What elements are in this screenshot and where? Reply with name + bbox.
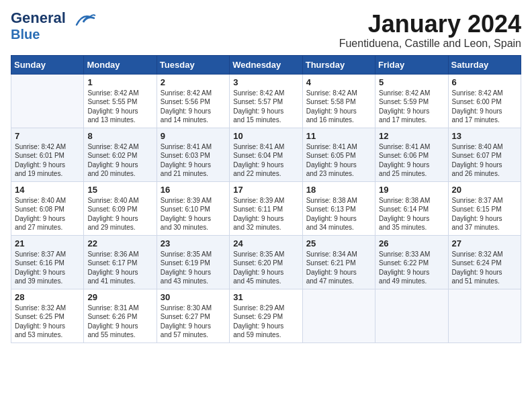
calendar-cell: 30Sunrise: 8:30 AM Sunset: 6:27 PM Dayli… bbox=[157, 289, 229, 342]
weekday-header-monday: Monday bbox=[84, 55, 157, 74]
day-number: 11 bbox=[306, 131, 371, 141]
calendar-cell: 7Sunrise: 8:42 AM Sunset: 6:01 PM Daylig… bbox=[11, 128, 84, 181]
day-info: Sunrise: 8:42 AM Sunset: 5:59 PM Dayligh… bbox=[379, 89, 444, 125]
day-info: Sunrise: 8:40 AM Sunset: 6:09 PM Dayligh… bbox=[87, 196, 152, 232]
calendar-cell bbox=[448, 289, 521, 342]
calendar-cell: 6Sunrise: 8:42 AM Sunset: 6:00 PM Daylig… bbox=[448, 74, 521, 128]
day-number: 17 bbox=[233, 185, 298, 195]
calendar-cell: 13Sunrise: 8:40 AM Sunset: 6:07 PM Dayli… bbox=[448, 128, 521, 181]
day-number: 27 bbox=[452, 238, 517, 248]
day-info: Sunrise: 8:41 AM Sunset: 6:05 PM Dayligh… bbox=[306, 142, 371, 179]
day-number: 30 bbox=[161, 292, 226, 302]
calendar-cell bbox=[302, 289, 375, 342]
day-number: 31 bbox=[233, 292, 298, 302]
calendar-cell: 23Sunrise: 8:35 AM Sunset: 6:19 PM Dayli… bbox=[157, 235, 229, 289]
calendar-cell: 17Sunrise: 8:39 AM Sunset: 6:11 PM Dayli… bbox=[230, 181, 302, 235]
day-number: 5 bbox=[379, 77, 444, 87]
day-number: 21 bbox=[15, 238, 80, 248]
day-number: 8 bbox=[87, 131, 152, 141]
day-info: Sunrise: 8:42 AM Sunset: 5:55 PM Dayligh… bbox=[87, 89, 152, 125]
day-number: 23 bbox=[161, 238, 226, 248]
day-info: Sunrise: 8:40 AM Sunset: 6:08 PM Dayligh… bbox=[15, 196, 80, 232]
day-info: Sunrise: 8:42 AM Sunset: 5:58 PM Dayligh… bbox=[306, 89, 371, 125]
day-info: Sunrise: 8:29 AM Sunset: 6:29 PM Dayligh… bbox=[233, 304, 298, 340]
calendar-cell: 18Sunrise: 8:38 AM Sunset: 6:13 PM Dayli… bbox=[302, 181, 375, 235]
calendar-cell: 16Sunrise: 8:39 AM Sunset: 6:10 PM Dayli… bbox=[157, 181, 229, 235]
calendar-week-5: 28Sunrise: 8:32 AM Sunset: 6:25 PM Dayli… bbox=[11, 289, 521, 342]
day-number: 3 bbox=[233, 77, 298, 87]
calendar-cell: 21Sunrise: 8:37 AM Sunset: 6:16 PM Dayli… bbox=[11, 235, 84, 289]
day-number: 9 bbox=[161, 131, 226, 141]
calendar-cell: 1Sunrise: 8:42 AM Sunset: 5:55 PM Daylig… bbox=[84, 74, 157, 128]
calendar-table: SundayMondayTuesdayWednesdayThursdayFrid… bbox=[11, 55, 521, 343]
day-number: 28 bbox=[15, 292, 80, 302]
calendar-cell: 3Sunrise: 8:42 AM Sunset: 5:57 PM Daylig… bbox=[230, 74, 302, 128]
calendar-week-4: 21Sunrise: 8:37 AM Sunset: 6:16 PM Dayli… bbox=[11, 235, 521, 289]
day-number: 1 bbox=[87, 77, 152, 87]
day-number: 10 bbox=[233, 131, 298, 141]
calendar-cell: 19Sunrise: 8:38 AM Sunset: 6:14 PM Dayli… bbox=[375, 181, 448, 235]
day-info: Sunrise: 8:41 AM Sunset: 6:04 PM Dayligh… bbox=[233, 142, 298, 179]
day-info: Sunrise: 8:33 AM Sunset: 6:22 PM Dayligh… bbox=[379, 250, 444, 286]
day-number: 14 bbox=[15, 185, 80, 195]
day-number: 13 bbox=[452, 131, 517, 141]
calendar-cell: 22Sunrise: 8:36 AM Sunset: 6:17 PM Dayli… bbox=[84, 235, 157, 289]
calendar-week-1: 1Sunrise: 8:42 AM Sunset: 5:55 PM Daylig… bbox=[11, 74, 521, 128]
page-header: General Blue January 2024 Fuentiduena, C… bbox=[11, 11, 521, 50]
day-number: 12 bbox=[379, 131, 444, 141]
calendar-week-2: 7Sunrise: 8:42 AM Sunset: 6:01 PM Daylig… bbox=[11, 128, 521, 181]
day-number: 26 bbox=[379, 238, 444, 248]
calendar-cell: 26Sunrise: 8:33 AM Sunset: 6:22 PM Dayli… bbox=[375, 235, 448, 289]
weekday-header-row: SundayMondayTuesdayWednesdayThursdayFrid… bbox=[11, 55, 521, 74]
day-number: 19 bbox=[379, 185, 444, 195]
day-number: 6 bbox=[452, 77, 517, 87]
calendar-cell: 4Sunrise: 8:42 AM Sunset: 5:58 PM Daylig… bbox=[302, 74, 375, 128]
day-number: 20 bbox=[452, 185, 517, 195]
day-info: Sunrise: 8:34 AM Sunset: 6:21 PM Dayligh… bbox=[306, 250, 371, 286]
day-info: Sunrise: 8:39 AM Sunset: 6:11 PM Dayligh… bbox=[233, 196, 298, 232]
calendar-cell: 31Sunrise: 8:29 AM Sunset: 6:29 PM Dayli… bbox=[230, 289, 302, 342]
day-number: 25 bbox=[306, 238, 371, 248]
calendar-cell: 10Sunrise: 8:41 AM Sunset: 6:04 PM Dayli… bbox=[230, 128, 302, 181]
calendar-cell: 25Sunrise: 8:34 AM Sunset: 6:21 PM Dayli… bbox=[302, 235, 375, 289]
weekday-header-friday: Friday bbox=[375, 55, 448, 74]
day-info: Sunrise: 8:32 AM Sunset: 6:25 PM Dayligh… bbox=[15, 304, 80, 340]
day-info: Sunrise: 8:40 AM Sunset: 6:07 PM Dayligh… bbox=[452, 142, 517, 179]
title-area: January 2024 Fuentiduena, Castille and L… bbox=[339, 11, 521, 50]
calendar-cell: 5Sunrise: 8:42 AM Sunset: 5:59 PM Daylig… bbox=[375, 74, 448, 128]
location-subtitle: Fuentiduena, Castille and Leon, Spain bbox=[339, 38, 521, 50]
day-info: Sunrise: 8:42 AM Sunset: 6:02 PM Dayligh… bbox=[87, 142, 152, 179]
day-info: Sunrise: 8:35 AM Sunset: 6:19 PM Dayligh… bbox=[161, 250, 226, 286]
calendar-cell: 11Sunrise: 8:41 AM Sunset: 6:05 PM Dayli… bbox=[302, 128, 375, 181]
day-number: 7 bbox=[15, 131, 80, 141]
day-info: Sunrise: 8:37 AM Sunset: 6:15 PM Dayligh… bbox=[452, 196, 517, 232]
calendar-cell: 20Sunrise: 8:37 AM Sunset: 6:15 PM Dayli… bbox=[448, 181, 521, 235]
day-info: Sunrise: 8:39 AM Sunset: 6:10 PM Dayligh… bbox=[161, 196, 226, 232]
weekday-header-wednesday: Wednesday bbox=[230, 55, 302, 74]
weekday-header-thursday: Thursday bbox=[302, 55, 375, 74]
day-info: Sunrise: 8:31 AM Sunset: 6:26 PM Dayligh… bbox=[87, 304, 152, 340]
day-info: Sunrise: 8:36 AM Sunset: 6:17 PM Dayligh… bbox=[87, 250, 152, 286]
day-number: 4 bbox=[306, 77, 371, 87]
day-number: 15 bbox=[87, 185, 152, 195]
weekday-header-saturday: Saturday bbox=[448, 55, 521, 74]
calendar-cell: 12Sunrise: 8:41 AM Sunset: 6:06 PM Dayli… bbox=[375, 128, 448, 181]
logo: General Blue bbox=[11, 11, 95, 42]
weekday-header-sunday: Sunday bbox=[11, 55, 84, 74]
calendar-cell bbox=[375, 289, 448, 342]
calendar-cell: 27Sunrise: 8:32 AM Sunset: 6:24 PM Dayli… bbox=[448, 235, 521, 289]
day-info: Sunrise: 8:38 AM Sunset: 6:13 PM Dayligh… bbox=[306, 196, 371, 232]
month-title: January 2024 bbox=[339, 11, 521, 38]
calendar-cell: 14Sunrise: 8:40 AM Sunset: 6:08 PM Dayli… bbox=[11, 181, 84, 235]
day-info: Sunrise: 8:41 AM Sunset: 6:06 PM Dayligh… bbox=[379, 142, 444, 179]
day-info: Sunrise: 8:42 AM Sunset: 6:00 PM Dayligh… bbox=[452, 89, 517, 125]
day-info: Sunrise: 8:35 AM Sunset: 6:20 PM Dayligh… bbox=[233, 250, 298, 286]
logo-blue-text: Blue bbox=[11, 27, 40, 42]
weekday-header-tuesday: Tuesday bbox=[157, 55, 229, 74]
calendar-cell bbox=[11, 74, 84, 128]
day-number: 18 bbox=[306, 185, 371, 195]
day-number: 22 bbox=[87, 238, 152, 248]
calendar-cell: 29Sunrise: 8:31 AM Sunset: 6:26 PM Dayli… bbox=[84, 289, 157, 342]
calendar-week-3: 14Sunrise: 8:40 AM Sunset: 6:08 PM Dayli… bbox=[11, 181, 521, 235]
day-info: Sunrise: 8:42 AM Sunset: 5:56 PM Dayligh… bbox=[161, 89, 226, 125]
